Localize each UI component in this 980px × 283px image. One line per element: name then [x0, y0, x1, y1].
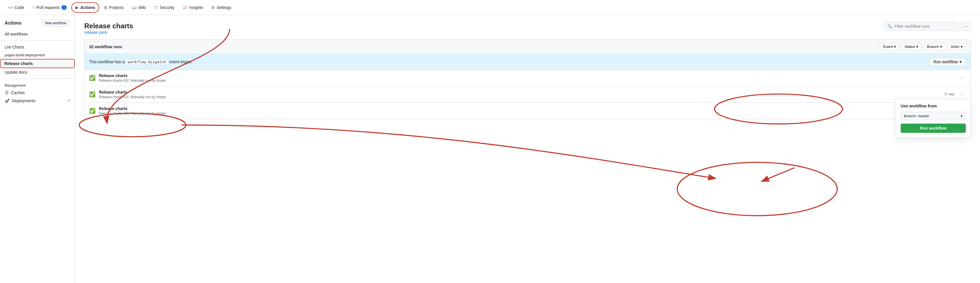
search-icon: 🔍	[888, 24, 892, 29]
dispatch-event-code: workflow_dispatch	[126, 59, 168, 65]
branch-filter-btn[interactable]: Branch ▾	[924, 43, 945, 50]
nav-wiki[interactable]: 📖 Wiki	[128, 3, 149, 12]
nav-wiki-label: Wiki	[138, 5, 146, 10]
more-options-button[interactable]: ···	[961, 22, 971, 30]
sidebar-divider-2	[0, 78, 75, 79]
dispatch-text-before: This workflow has a	[89, 59, 125, 64]
deployments-arrow: ↗	[67, 99, 70, 103]
page-title: Release charts	[84, 22, 133, 30]
actor-filter-chevron: ▾	[961, 45, 963, 49]
release-charts-label: Release charts	[4, 61, 33, 66]
actor-filter-btn[interactable]: Actor ▾	[948, 43, 966, 50]
nav-actions-label: Actions	[80, 5, 95, 10]
pull-requests-icon: ⑂	[32, 5, 35, 10]
layout: Actions New workflow All workflows Lint …	[0, 15, 980, 283]
branch-select-chevron: ▾	[961, 114, 963, 118]
run-workflow-button[interactable]: Run workflow ▾	[929, 58, 966, 66]
run-31-name: Release charts	[99, 90, 941, 94]
sidebar-item-lint-charts[interactable]: Lint Charts	[0, 43, 75, 51]
run-31-dots[interactable]: ···	[958, 91, 966, 98]
run-31-info: Release charts Release charts #31: Manua…	[99, 90, 941, 99]
dispatch-banner: This workflow has a workflow_dispatch ev…	[84, 54, 970, 70]
settings-icon: ⚙	[211, 5, 215, 10]
deployments-icon: 🚀	[5, 99, 10, 103]
branch-select[interactable]: Branch: master ▾	[900, 112, 966, 120]
run-32-desc: Release charts #32: Manually run by Ampe…	[99, 78, 951, 83]
nav-code[interactable]: <> Code	[5, 3, 28, 12]
code-icon: <>	[8, 5, 13, 10]
run-32-dots[interactable]: ···	[958, 75, 966, 82]
pr-badge: 1	[62, 5, 67, 10]
run-30-success-icon: ✅	[89, 108, 95, 114]
run-31-duration: ⏱ 44s	[944, 93, 954, 96]
deployments-label: Deployments	[12, 99, 35, 103]
nav-pull-requests[interactable]: ⑂ Pull requests 1	[29, 3, 70, 12]
event-filter-label: Event	[883, 45, 892, 49]
sidebar: Actions New workflow All workflows Lint …	[0, 15, 75, 283]
security-icon: 🛡	[154, 5, 158, 10]
sidebar-item-pages-build[interactable]: pages-build-deployment	[0, 51, 75, 59]
insights-icon: 📈	[182, 5, 187, 10]
runs-header: 32 workflow runs Event ▾ Status ▾ Branch…	[84, 40, 970, 54]
header-right: 🔍 ···	[884, 22, 971, 30]
branch-filter-label: Branch	[927, 45, 939, 49]
run-workflow-arrow: ▾	[959, 59, 961, 64]
sidebar-header: Actions New workflow	[0, 20, 75, 30]
nav-insights[interactable]: 📈 Insights	[179, 3, 206, 12]
event-filter-btn[interactable]: Event ▾	[880, 43, 899, 50]
projects-icon: ⊞	[104, 5, 107, 10]
run-item-32[interactable]: ✅ Release charts Release charts #32: Man…	[84, 70, 970, 86]
run-31-desc: Release charts #31: Manually run by Ampe…	[99, 95, 941, 99]
run-item-31[interactable]: ✅ Release charts Release charts #31: Man…	[84, 86, 970, 103]
caches-label: Caches	[11, 90, 24, 95]
run-workflow-popup: Use workflow from Branch: master ▾ Run w…	[896, 99, 971, 138]
top-nav: <> Code ⑂ Pull requests 1 ▶ Actions ⊞ Pr…	[0, 0, 980, 15]
update-docs-label: Update docs	[5, 70, 27, 75]
run-32-info: Release charts Release charts #32: Manua…	[99, 74, 951, 83]
subtitle: release.yaml	[84, 30, 133, 35]
nav-security-label: Security	[160, 5, 175, 10]
run-workflow-submit-button[interactable]: Run workflow	[900, 123, 966, 133]
sidebar-item-release-charts[interactable]: Release charts	[0, 59, 75, 68]
caches-icon: 🗄	[5, 90, 9, 95]
popup-title: Use workflow from	[900, 104, 966, 108]
sidebar-item-deployments[interactable]: 🚀 Deployments ↗	[0, 97, 75, 105]
management-section: Management	[0, 81, 75, 89]
branch-select-label: Branch: master	[904, 114, 929, 118]
sidebar-item-all-workflows[interactable]: All workflows	[0, 30, 75, 38]
run-32-name: Release charts	[99, 74, 951, 78]
dispatch-text-after: event trigger.	[169, 59, 193, 64]
search-bar[interactable]: 🔍	[884, 22, 959, 30]
sidebar-title: Actions	[5, 21, 22, 26]
nav-insights-label: Insights	[189, 5, 203, 10]
nav-code-label: Code	[14, 5, 24, 10]
pages-build-label: pages-build-deployment	[5, 53, 45, 57]
event-filter-chevron: ▾	[894, 45, 896, 49]
nav-actions[interactable]: ▶ Actions	[71, 2, 99, 13]
release-yaml-link[interactable]: release.yaml	[84, 30, 107, 35]
run-workflow-label: Run workflow	[934, 59, 958, 64]
nav-settings[interactable]: ⚙ Settings	[208, 3, 235, 12]
status-filter-btn[interactable]: Status ▾	[902, 43, 922, 50]
run-item-30[interactable]: ✅ Release charts Release charts #30: Man…	[84, 103, 970, 119]
all-workflows-label: All workflows	[5, 32, 28, 37]
actions-icon: ▶	[75, 5, 78, 10]
nav-projects[interactable]: ⊞ Projects	[100, 3, 127, 12]
runs-filters: Event ▾ Status ▾ Branch ▾ Actor ▾	[880, 43, 966, 50]
run-30-name: Release charts	[99, 106, 914, 111]
main-title-section: Release charts release.yaml	[84, 22, 133, 35]
sidebar-item-update-docs[interactable]: Update docs	[0, 68, 75, 76]
new-workflow-button[interactable]: New workflow	[41, 20, 70, 27]
run-31-success-icon: ✅	[89, 91, 95, 98]
main-content: Release charts release.yaml 🔍 ··· 32 wor…	[75, 15, 980, 283]
search-input[interactable]	[894, 24, 955, 29]
status-filter-label: Status	[905, 45, 915, 49]
nav-pull-requests-label: Pull requests	[37, 5, 60, 10]
nav-security[interactable]: 🛡 Security	[151, 3, 178, 12]
sidebar-item-caches[interactable]: 🗄 Caches	[0, 89, 75, 97]
clock-icon-31: ⏱	[944, 93, 948, 96]
actor-filter-label: Actor	[951, 45, 959, 49]
run-30-desc: Release charts #30: Manually run by Ampe…	[99, 112, 914, 115]
branch-filter-chevron: ▾	[940, 45, 942, 49]
status-filter-chevron: ▾	[916, 45, 918, 49]
